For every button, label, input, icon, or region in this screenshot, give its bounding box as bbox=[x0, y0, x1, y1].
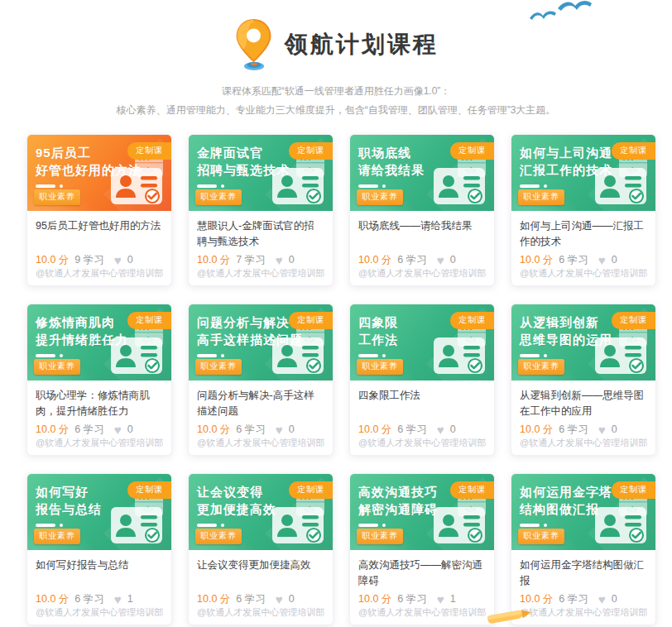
learner-count: 6 学习 bbox=[559, 253, 588, 267]
course-score: 10.0 分 bbox=[197, 423, 230, 437]
course-card[interactable]: 定制课 如何与上司沟通 汇报工作的技术 </> bbox=[511, 134, 656, 286]
like-count: 0 bbox=[450, 424, 456, 435]
course-author: @软通人才发展中心管理培训部 bbox=[197, 437, 324, 449]
id-card-with-code-window-icon: </> bbox=[588, 156, 650, 207]
course-card[interactable]: 定制课 修炼情商肌肉 提升情绪胜任力 </> bbox=[26, 304, 172, 456]
course-card-cover: 定制课 从逻辑到创新 思维导图的运用 </> bbox=[511, 304, 655, 381]
course-grid: 定制课 95后员工 好管也好用的方法 </> bbox=[0, 120, 672, 625]
course-card[interactable]: 定制课 高效沟通技巧 解密沟通障碍 </> bbox=[349, 473, 495, 625]
course-card-cover: 定制课 金牌面试官 招聘与甄选技术 </> bbox=[189, 135, 333, 211]
course-score: 10.0 分 bbox=[197, 253, 230, 267]
id-card-with-code-window-icon: </> bbox=[266, 156, 327, 207]
course-score: 10.0 分 bbox=[36, 253, 69, 267]
course-score: 10.0 分 bbox=[36, 592, 69, 606]
category-tag: 职业素养 bbox=[357, 359, 403, 375]
course-card[interactable]: 定制课 四象限 工作法 </> bbox=[349, 304, 495, 456]
course-card-cover: 定制课 问题分析与解决 高手这样描述问题 </> bbox=[189, 304, 333, 381]
learner-count: 6 学习 bbox=[397, 253, 426, 267]
course-stats: 10.0 分 9 学习 ♥ 0 bbox=[36, 253, 163, 267]
learner-count: 6 学习 bbox=[559, 423, 588, 437]
course-author: @软通人才发展中心管理培训部 bbox=[36, 606, 163, 619]
course-card-cover: 定制课 让会议变得 更加便捷高效 </> bbox=[189, 474, 333, 550]
course-score: 10.0 分 bbox=[197, 592, 230, 606]
custom-course-badge: 定制课 bbox=[289, 481, 333, 499]
course-card-cover: 定制课 95后员工 好管也好用的方法 </> bbox=[27, 135, 171, 211]
course-score: 10.0 分 bbox=[358, 592, 391, 606]
heart-icon[interactable]: ♥ bbox=[114, 254, 122, 266]
course-author: @软通人才发展中心管理培训部 bbox=[197, 606, 324, 619]
course-stats: 10.0 分 6 学习 ♥ 0 bbox=[358, 253, 486, 267]
course-author: @软通人才发展中心管理培训部 bbox=[520, 606, 647, 619]
course-score: 10.0 分 bbox=[520, 423, 553, 437]
heart-icon[interactable]: ♥ bbox=[114, 424, 122, 436]
id-card-with-code-window-icon: </> bbox=[104, 156, 166, 207]
like-count: 0 bbox=[127, 424, 133, 435]
course-card[interactable]: 定制课 让会议变得 更加便捷高效 </> bbox=[188, 473, 334, 625]
custom-course-badge: 定制课 bbox=[289, 142, 333, 160]
heart-icon[interactable]: ♥ bbox=[437, 254, 444, 266]
category-tag: 职业素养 bbox=[518, 359, 564, 375]
pencil-decoration bbox=[483, 605, 535, 627]
course-card[interactable]: 定制课 如何运用金字塔 结构图做汇报 </> bbox=[511, 473, 656, 625]
course-score: 10.0 分 bbox=[520, 253, 553, 267]
course-stats: 10.0 分 7 学习 ♥ 0 bbox=[197, 253, 324, 267]
course-card[interactable]: 定制课 从逻辑到创新 思维导图的运用 </> bbox=[511, 304, 656, 456]
heart-icon[interactable]: ♥ bbox=[437, 593, 444, 605]
learner-count: 6 学习 bbox=[236, 592, 265, 606]
course-score: 10.0 分 bbox=[36, 423, 69, 437]
heart-icon[interactable]: ♥ bbox=[276, 424, 283, 436]
course-author: @软通人才发展中心管理培训部 bbox=[520, 437, 647, 449]
category-tag: 职业素养 bbox=[518, 529, 564, 544]
like-count: 0 bbox=[612, 254, 617, 266]
category-tag: 职业素养 bbox=[195, 529, 242, 544]
course-score: 10.0 分 bbox=[358, 253, 391, 267]
course-stats: 10.0 分 6 学习 ♥ 0 bbox=[520, 253, 647, 267]
learner-count: 6 学习 bbox=[397, 423, 426, 437]
heart-icon[interactable]: ♥ bbox=[114, 593, 122, 605]
course-stats: 10.0 分 6 学习 ♥ 0 bbox=[358, 423, 486, 437]
course-author: @软通人才发展中心管理培训部 bbox=[358, 437, 486, 449]
heart-icon[interactable]: ♥ bbox=[598, 593, 606, 605]
course-stats: 10.0 分 6 学习 ♥ 0 bbox=[36, 423, 163, 437]
course-author: @软通人才发展中心管理培训部 bbox=[358, 267, 486, 280]
id-card-with-code-window-icon: </> bbox=[427, 325, 488, 376]
like-count: 1 bbox=[450, 593, 456, 605]
custom-course-badge: 定制课 bbox=[127, 142, 171, 160]
like-count: 1 bbox=[127, 593, 133, 605]
learner-count: 6 学习 bbox=[397, 592, 426, 606]
course-card[interactable]: 定制课 如何写好 报告与总结 </> bbox=[26, 473, 172, 625]
course-score: 10.0 分 bbox=[520, 592, 553, 606]
like-count: 0 bbox=[612, 593, 617, 605]
course-stats: 10.0 分 6 学习 ♥ 0 bbox=[197, 423, 324, 437]
learner-count: 6 学习 bbox=[74, 592, 103, 606]
learner-count: 6 学习 bbox=[74, 423, 103, 437]
id-card-with-code-window-icon: </> bbox=[427, 495, 488, 546]
heart-icon[interactable]: ♥ bbox=[598, 424, 606, 436]
learner-count: 6 学习 bbox=[236, 423, 265, 437]
heart-icon[interactable]: ♥ bbox=[276, 593, 283, 605]
course-card[interactable]: 定制课 金牌面试官 招聘与甄选技术 </> bbox=[188, 134, 334, 286]
course-author: @软通人才发展中心管理培训部 bbox=[197, 267, 324, 280]
flying-birds-icon bbox=[513, 0, 593, 28]
course-card[interactable]: 定制课 95后员工 好管也好用的方法 </> bbox=[26, 134, 172, 286]
course-author: @软通人才发展中心管理培训部 bbox=[520, 267, 647, 280]
page-title: 领航计划课程 bbox=[285, 29, 439, 60]
course-card[interactable]: 定制课 职场底线 请给我结果 </> bbox=[349, 134, 495, 286]
learner-count: 9 学习 bbox=[74, 253, 103, 267]
course-card-cover: 定制课 四象限 工作法 </> bbox=[350, 304, 494, 381]
learner-count: 7 学习 bbox=[236, 253, 265, 267]
heart-icon[interactable]: ♥ bbox=[437, 424, 444, 436]
id-card-with-code-window-icon: </> bbox=[588, 325, 650, 376]
course-stats: 10.0 分 6 学习 ♥ 0 bbox=[520, 423, 647, 437]
like-count: 0 bbox=[289, 424, 295, 435]
heart-icon[interactable]: ♥ bbox=[598, 254, 606, 266]
custom-course-badge: 定制课 bbox=[450, 142, 494, 160]
category-tag: 职业素养 bbox=[34, 189, 80, 205]
course-card-cover: 定制课 如何运用金字塔 结构图做汇报 </> bbox=[511, 474, 655, 550]
course-card-cover: 定制课 高效沟通技巧 解密沟通障碍 </> bbox=[350, 474, 494, 550]
like-count: 0 bbox=[450, 254, 456, 266]
like-count: 0 bbox=[127, 254, 133, 266]
heart-icon[interactable]: ♥ bbox=[276, 254, 283, 266]
custom-course-badge: 定制课 bbox=[289, 312, 333, 329]
course-card[interactable]: 定制课 问题分析与解决 高手这样描述问题 </> bbox=[188, 304, 334, 456]
